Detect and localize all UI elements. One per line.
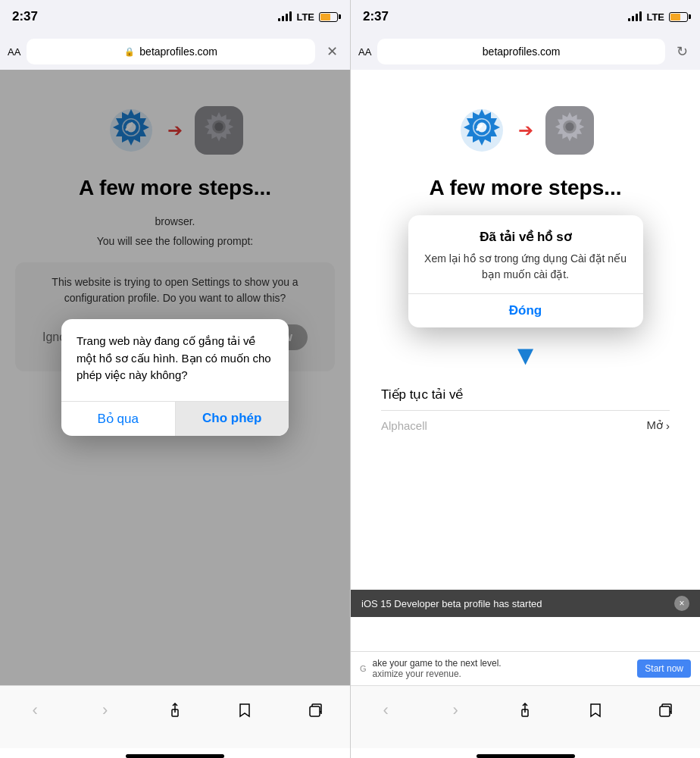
notification-text: iOS 15 Developer beta profile has starte… bbox=[361, 598, 542, 609]
page-content-right: ➔ A few more steps... Đã tải về hồ sơ Xe… bbox=[351, 70, 700, 685]
battery-icon-right bbox=[669, 12, 688, 22]
signal-icon-left bbox=[278, 12, 292, 21]
forward-button-right[interactable]: › bbox=[439, 694, 472, 727]
address-bar-right[interactable]: AA betaprofiles.com ↻ bbox=[351, 33, 700, 70]
lock-icon-left: 🔒 bbox=[124, 47, 135, 57]
bookmarks-icon-right bbox=[587, 702, 604, 719]
battery-icon-left bbox=[319, 12, 338, 22]
ad-start-button[interactable]: Start now bbox=[637, 659, 691, 678]
ad-bar: G ake your game to the next level. aximi… bbox=[351, 651, 700, 685]
notification-bar: iOS 15 Developer beta profile has starte… bbox=[351, 590, 700, 617]
ad-banner: G ake your game to the next level. aximi… bbox=[351, 651, 700, 685]
back-button-right[interactable]: ‹ bbox=[369, 694, 402, 727]
status-bar-left: 2:37 LTE bbox=[0, 0, 350, 33]
lte-label-left: LTE bbox=[296, 11, 314, 23]
bookmarks-icon-left bbox=[236, 702, 253, 719]
dialog-title-right: Đã tải về hồ sơ bbox=[408, 215, 643, 251]
share-icon-left bbox=[167, 702, 183, 719]
phone-panel-left: 2:37 LTE AA 🔒 betaprofiles.com ✕ bbox=[0, 0, 350, 758]
status-icons-left: LTE bbox=[278, 11, 338, 23]
toolbar-right: ‹ › bbox=[351, 685, 700, 748]
continue-label: Tiếp tục tải về bbox=[381, 387, 670, 402]
dialog-text-left: Trang web này đang cố gắng tải về một hồ… bbox=[77, 333, 273, 384]
toolbar-left: ‹ › bbox=[0, 685, 350, 748]
home-indicator-right bbox=[477, 754, 575, 758]
signal-icon-right bbox=[628, 12, 642, 21]
dialog-box-right: Đã tải về hồ sơ Xem lại hồ sơ trong ứng … bbox=[408, 215, 643, 327]
app-row[interactable]: Alphacell Mở › bbox=[381, 410, 670, 440]
dialog-subtitle-right: Xem lại hồ sơ trong ứng dụng Cài đặt nếu… bbox=[408, 251, 643, 293]
dialog-overlay-left: Trang web này đang cố gắng tải về một hồ… bbox=[0, 70, 350, 685]
dialog-actions-left: Bỏ qua Cho phép bbox=[61, 401, 289, 436]
ad-logo: G bbox=[360, 664, 367, 673]
back-button-left[interactable]: ‹ bbox=[18, 694, 52, 727]
gear-icons-right: ➔ bbox=[452, 100, 600, 161]
close-tab-button-left[interactable]: ✕ bbox=[321, 41, 342, 62]
continue-section: Tiếp tục tải về Alphacell Mở › bbox=[366, 377, 685, 449]
dialog-body-left: Trang web này đang cố gắng tải về một hồ… bbox=[61, 319, 289, 392]
share-button-right[interactable] bbox=[508, 694, 542, 727]
forward-button-left[interactable]: › bbox=[89, 694, 122, 727]
status-time-left: 2:37 bbox=[12, 9, 38, 24]
share-button-left[interactable] bbox=[158, 694, 192, 727]
open-label: Mở bbox=[647, 418, 664, 432]
url-box-right[interactable]: betaprofiles.com bbox=[377, 39, 665, 64]
ad-text2: aximize your revenue. bbox=[373, 669, 502, 679]
app-name: Alphacell bbox=[381, 419, 427, 432]
tabs-button-right[interactable] bbox=[648, 694, 682, 727]
aa-button-left[interactable]: AA bbox=[8, 46, 20, 58]
ad-text1: ake your game to the next level. bbox=[373, 658, 502, 669]
svg-rect-18 bbox=[660, 706, 670, 716]
refresh-button-right[interactable]: ↻ bbox=[671, 41, 692, 62]
status-bar-right: 2:37 LTE bbox=[351, 0, 700, 33]
status-time-right: 2:37 bbox=[363, 9, 389, 24]
bookmarks-button-left[interactable] bbox=[228, 694, 261, 727]
page-heading-right: A few more steps... bbox=[429, 176, 621, 200]
open-link[interactable]: Mở › bbox=[647, 418, 670, 432]
phone-panel-right: 2:37 LTE AA betaprofiles.com ↻ bbox=[350, 0, 700, 758]
settings-gear-icon-right bbox=[539, 100, 600, 161]
bookmarks-button-right[interactable] bbox=[579, 694, 612, 727]
svg-rect-9 bbox=[310, 706, 320, 716]
status-icons-right: LTE bbox=[628, 11, 688, 23]
address-bar-left[interactable]: AA 🔒 betaprofiles.com ✕ bbox=[0, 33, 350, 70]
home-indicator-left bbox=[126, 754, 224, 758]
tabs-button-left[interactable] bbox=[298, 694, 332, 727]
dialog-box-left: Trang web này đang cố gắng tải về một hồ… bbox=[61, 319, 289, 436]
tabs-icon-left bbox=[307, 702, 323, 719]
dialog-close-button-right[interactable]: Đóng bbox=[408, 293, 643, 327]
ad-text-block: ake your game to the next level. aximize… bbox=[373, 658, 502, 679]
svg-point-16 bbox=[565, 123, 573, 131]
blue-gear-icon-right bbox=[452, 100, 512, 161]
lte-label-right: LTE bbox=[646, 11, 664, 23]
right-arrow-icon-right: ➔ bbox=[518, 120, 533, 141]
chevron-right-icon: › bbox=[666, 419, 670, 432]
tabs-icon-right bbox=[657, 702, 673, 719]
page-content-left: ➔ A few more steps... browser. You will … bbox=[0, 70, 350, 685]
url-text-left: betaprofiles.com bbox=[139, 45, 217, 58]
aa-button-right[interactable]: AA bbox=[358, 46, 371, 58]
down-arrow-icon: ▼ bbox=[512, 340, 539, 371]
notification-close-button[interactable]: × bbox=[674, 596, 689, 611]
share-icon-right bbox=[517, 702, 533, 719]
dialog-ignore-button[interactable]: Bỏ qua bbox=[61, 402, 176, 436]
url-box-left[interactable]: 🔒 betaprofiles.com bbox=[27, 39, 315, 64]
dialog-allow-button[interactable]: Cho phép bbox=[176, 402, 289, 436]
url-text-right: betaprofiles.com bbox=[483, 45, 561, 58]
